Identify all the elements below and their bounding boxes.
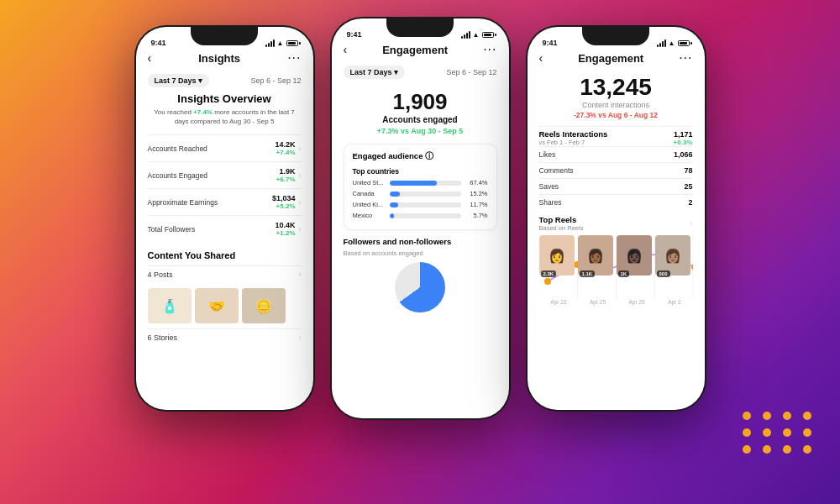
date-range-2: Sep 6 - Sep 12 [446, 68, 496, 76]
time-2: 9:41 [347, 30, 362, 39]
reels-count: 1,171 [674, 130, 693, 139]
nav-bar-2: ‹ Engagement ··· [332, 40, 509, 62]
signal-icon-2 [461, 31, 470, 39]
battery-icon-2 [482, 32, 494, 38]
stat-change-2: +5.2% [272, 202, 296, 210]
reel-thumb-1: 👩🏾 1.1K [578, 235, 613, 276]
metric-value-2: 25 [684, 182, 692, 191]
battery-icon-1 [286, 40, 298, 46]
filter-bar-2: Last 7 Days ▾ Sep 6 - Sep 12 [332, 62, 509, 84]
bar-track-3 [390, 213, 461, 218]
top-reels-title: Top Reels [539, 215, 584, 224]
metric-value-1: 78 [684, 166, 692, 175]
posts-label: 4 Posts [148, 270, 173, 279]
divider-reels [539, 126, 693, 127]
metric-row-1: Comments 78 [539, 162, 693, 178]
engaged-audience-title: Engaged audience ⓘ [353, 151, 488, 162]
filter-bar-1: Last 7 Days ▾ Sep 6 - Sep 12 [136, 71, 313, 92]
back-button-1[interactable]: ‹ [148, 51, 152, 65]
engaged-audience-card: Engaged audience ⓘ Top countries United … [344, 144, 497, 230]
stat-change-3: +1.2% [275, 229, 295, 237]
back-button-3[interactable]: ‹ [539, 51, 543, 65]
country-name-1: Canada [353, 190, 386, 197]
status-icons-2: ▲ [461, 31, 494, 39]
reel-thumb-3: 👩🏽 900 [655, 235, 690, 276]
bar-fill-0 [390, 181, 438, 186]
reel-badge-1: 1.1K [580, 270, 596, 277]
phone3-content: 13,245 Content interactions -27.3% vs Au… [528, 71, 705, 410]
metric-label-0: Likes [539, 150, 556, 159]
nav-bar-1: ‹ Insights ··· [136, 49, 313, 71]
top-reels-sub: Based on Reels [539, 224, 584, 232]
phone-2: 9:41 ▲ ‹ Engagement ··· [330, 17, 511, 420]
period-filter-2[interactable]: Last 7 Days ▾ [344, 66, 406, 79]
bar-fill-3 [390, 213, 394, 218]
wifi-icon-2: ▲ [473, 31, 480, 39]
chevron-icon-1: › [299, 171, 302, 180]
date-range-1: Sep 6 - Sep 12 [250, 76, 301, 85]
reel-thumb-0: 👩 2.3K [539, 235, 575, 276]
stat-label-2: Approximate Earnings [148, 198, 218, 207]
nav-title-1: Insights [198, 52, 240, 65]
followers-section-title: Followers and non-followers [344, 237, 497, 246]
metric-value-0: 1,066 [674, 150, 693, 159]
metrics-list: Likes 1,066 Comments 78 Saves 25 Shares … [539, 146, 693, 210]
top-reels-chevron: › [690, 219, 693, 228]
metric-label-2: Saves [539, 182, 559, 191]
chart-images: 👩 2.3K 👩🏾 1.1K 👩🏿 1K 👩🏽 [539, 235, 693, 276]
back-button-2[interactable]: ‹ [344, 43, 348, 56]
phone2-content: 1,909 Accounts engaged +7.3% vs Aug 30 -… [332, 84, 509, 418]
status-icons-1: ▲ [265, 39, 298, 47]
followers-pie-chart [395, 262, 445, 312]
top-reels-header: Top Reels Based on Reels › [539, 215, 693, 232]
phone-3: 9:41 ▲ ‹ Engagement ··· [526, 25, 706, 412]
bar-fill-1 [390, 192, 401, 197]
stat-change-0: +7.4% [275, 149, 295, 156]
bar-track-2 [390, 202, 461, 207]
country-row-0: United St... 67.4% [353, 179, 488, 186]
metric-row-2: Saves 25 [539, 178, 693, 194]
country-pct-0: 67.4% [465, 179, 488, 186]
posts-row[interactable]: 4 Posts › [148, 265, 302, 283]
phone1-content: Insights Overview You reached +7.4% more… [136, 92, 313, 410]
phone-notch-3 [582, 27, 649, 45]
country-pct-1: 15.2% [465, 190, 488, 197]
more-button-2[interactable]: ··· [483, 42, 496, 57]
battery-icon-3 [678, 40, 690, 46]
metric-label-1: Comments [539, 166, 574, 175]
wifi-icon-3: ▲ [669, 39, 675, 47]
stat-row-3: Total Followers 10.4K +1.2% › [148, 215, 302, 242]
reels-change: +0.3% [674, 139, 693, 146]
chart-axis-labels: Apr 23 Apr 25 Apr 29 Apr 2 [539, 299, 693, 311]
stat-value-3: 10.4K [275, 221, 295, 229]
nav-title-3: Engagement [578, 52, 643, 65]
stat-value-0: 14.2K [275, 140, 295, 149]
phones-container: 9:41 ▲ ‹ Insights [0, 0, 840, 420]
nav-bar-3: ‹ Engagement ··· [528, 49, 705, 71]
overview-sub-green: +7.4% [193, 108, 213, 116]
p2-big-change: +7.3% vs Aug 30 - Sep 5 [344, 127, 497, 135]
thumb-0: 🧴 [148, 288, 192, 323]
more-button-1[interactable]: ··· [287, 50, 301, 66]
svg-point-4 [544, 278, 551, 285]
status-icons-3: ▲ [657, 39, 690, 47]
stories-chevron: › [299, 333, 302, 342]
reels-chart: 👩 2.3K 👩🏾 1.1K 👩🏿 1K 👩🏽 [539, 235, 693, 311]
thumb-img-2: 🪙 [242, 288, 286, 323]
bar-track-1 [390, 192, 461, 197]
followers-section-sub: Based on accounts engaged [344, 249, 497, 257]
country-pct-3: 5.7% [465, 212, 488, 219]
bar-fill-2 [390, 202, 398, 207]
period-filter-1[interactable]: Last 7 Days ▾ [148, 74, 210, 87]
overview-title: Insights Overview [148, 92, 302, 105]
country-row-2: United Ki... 11.7% [353, 201, 488, 208]
reel-badge-0: 2.3K [541, 270, 557, 277]
phone-1: 9:41 ▲ ‹ Insights [134, 25, 315, 412]
stories-row[interactable]: 6 Stories › [148, 328, 302, 346]
posts-thumbnails: 🧴 🤝 🪙 [148, 288, 302, 323]
stat-value-1: 1.9K [276, 167, 296, 176]
axis-label-2: Apr 29 [629, 299, 645, 311]
more-button-3[interactable]: ··· [679, 50, 692, 66]
stat-change-1: +6.7% [276, 176, 296, 183]
p3-change: -27.3% vs Aug 6 - Aug 12 [539, 111, 693, 119]
